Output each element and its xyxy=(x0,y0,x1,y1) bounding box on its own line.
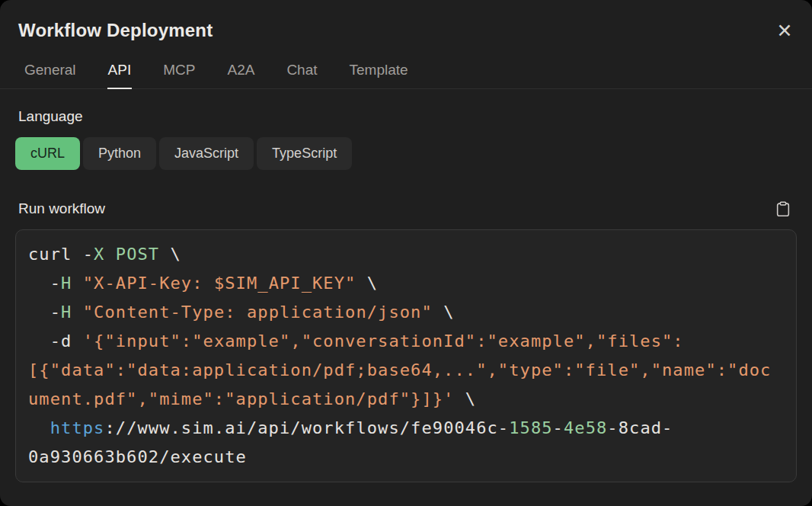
code-token xyxy=(72,303,82,322)
language-option-typescript[interactable]: TypeScript xyxy=(257,137,352,170)
code-token: curl - xyxy=(28,245,94,264)
copy-button[interactable] xyxy=(774,199,792,219)
code-line: -H "Content-Type: application/json" \ xyxy=(28,298,784,327)
tab-api[interactable]: API xyxy=(107,62,133,89)
code-token: H xyxy=(61,274,72,293)
tab-general[interactable]: General xyxy=(24,62,77,89)
code-token: 0a930663b602/execute xyxy=(28,447,247,466)
code-token: POST xyxy=(116,245,159,264)
language-option-python[interactable]: Python xyxy=(83,137,156,170)
code-token: H xyxy=(61,303,72,322)
language-label: Language xyxy=(18,108,797,125)
close-icon[interactable]: ✕ xyxy=(772,18,797,43)
code-token xyxy=(28,418,50,437)
modal-header: Workflow Deployment ✕ xyxy=(0,0,812,41)
code-token: \ xyxy=(433,303,455,322)
code-token: \ xyxy=(454,389,476,408)
tab-template[interactable]: Template xyxy=(349,62,409,89)
code-token: X xyxy=(94,245,104,264)
code-token: -d xyxy=(28,331,83,351)
code-line: [{"data":"data:application/pdf;base64,..… xyxy=(28,356,784,385)
code-token: \ xyxy=(159,245,181,264)
code-token: - xyxy=(28,274,61,293)
code-token xyxy=(72,274,82,293)
code-token: '{"input":"example","conversationId":"ex… xyxy=(83,331,684,351)
tab-mcp[interactable]: MCP xyxy=(162,62,196,89)
code-token: "Content-Type: application/json" xyxy=(83,303,433,322)
tab-bar: GeneralAPIMCPA2AChatTemplate xyxy=(0,62,812,89)
tab-chat[interactable]: Chat xyxy=(286,62,318,89)
clipboard-icon xyxy=(775,200,791,218)
tab-a2a[interactable]: A2A xyxy=(226,62,255,89)
code-line: https://www.sim.ai/api/workflows/fe90046… xyxy=(28,414,784,443)
code-token: ument.pdf","mime":"application/pdf"}]}' xyxy=(28,389,454,408)
code-token: https xyxy=(50,418,105,437)
code-line: curl -X POST \ xyxy=(28,240,784,269)
language-option-curl[interactable]: cURL xyxy=(15,137,80,170)
page-title: Workflow Deployment xyxy=(18,20,794,41)
workflow-deployment-modal: Workflow Deployment ✕ GeneralAPIMCPA2ACh… xyxy=(0,0,812,506)
code-token: 1585 xyxy=(509,418,552,437)
code-token xyxy=(104,245,115,264)
code-line: -d '{"input":"example","conversationId":… xyxy=(28,327,784,356)
code-line: 0a930663b602/execute xyxy=(28,443,784,472)
code-token: 4e58 xyxy=(564,418,607,437)
language-selector: cURLPythonJavaScriptTypeScript xyxy=(15,137,797,170)
code-token: - xyxy=(28,303,61,322)
code-token: ://www.sim.ai/api/workflows/fe90046c- xyxy=(104,418,509,437)
run-workflow-row: Run workflow xyxy=(15,199,797,219)
language-option-javascript[interactable]: JavaScript xyxy=(159,137,254,170)
modal-content: Language cURLPythonJavaScriptTypeScript … xyxy=(0,108,812,482)
code-token: - xyxy=(553,418,564,437)
code-block: curl -X POST \ -H "X-API-Key: $SIM_API_K… xyxy=(15,229,797,482)
code-token: [{"data":"data:application/pdf;base64,..… xyxy=(28,360,771,380)
code-token: -8cad- xyxy=(607,418,673,437)
run-workflow-label: Run workflow xyxy=(18,200,105,217)
code-line: -H "X-API-Key: $SIM_API_KEY" \ xyxy=(28,269,784,298)
code-token: \ xyxy=(356,274,378,293)
code-token: "X-API-Key: $SIM_API_KEY" xyxy=(83,274,356,293)
code-line: ument.pdf","mime":"application/pdf"}]}' … xyxy=(28,385,784,414)
